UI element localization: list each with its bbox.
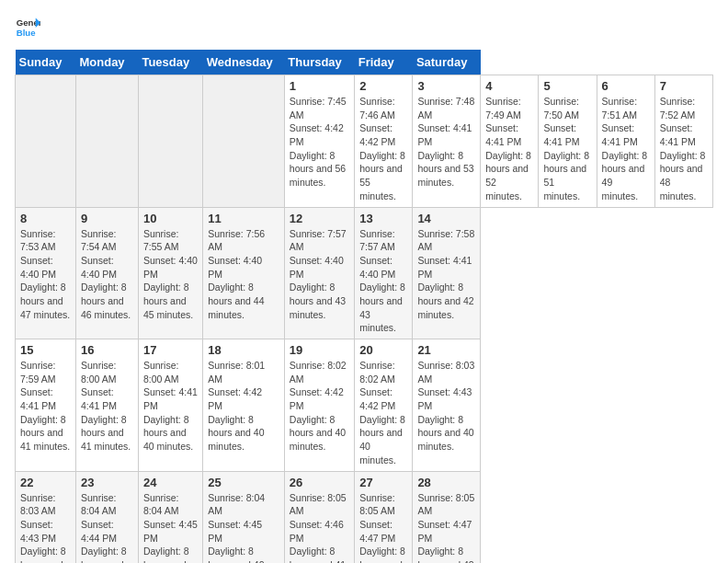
day-number: 24 xyxy=(143,476,198,489)
logo: General Blue xyxy=(15,15,40,40)
calendar-cell: 18Sunrise: 8:01 AMSunset: 4:42 PMDayligh… xyxy=(203,339,285,472)
day-number: 16 xyxy=(81,343,133,357)
day-number: 3 xyxy=(417,79,475,93)
calendar-cell: 4Sunrise: 7:49 AMSunset: 4:41 PMDaylight… xyxy=(481,75,539,208)
calendar-cell: 11Sunrise: 7:56 AMSunset: 4:40 PMDayligh… xyxy=(203,207,285,339)
day-info: Sunrise: 8:00 AMSunset: 4:41 PMDaylight:… xyxy=(81,359,133,454)
calendar-cell xyxy=(75,75,138,208)
day-info: Sunrise: 8:03 AMSunset: 4:43 PMDaylight:… xyxy=(20,491,71,564)
calendar-cell: 27Sunrise: 8:05 AMSunset: 4:47 PMDayligh… xyxy=(355,471,413,563)
day-number: 28 xyxy=(417,476,475,489)
calendar-cell: 9Sunrise: 7:54 AMSunset: 4:40 PMDaylight… xyxy=(75,207,138,339)
day-info: Sunrise: 7:57 AMSunset: 4:40 PMDaylight:… xyxy=(359,227,407,336)
calendar-cell: 13Sunrise: 7:57 AMSunset: 4:40 PMDayligh… xyxy=(355,207,413,339)
day-number: 11 xyxy=(208,212,279,225)
day-number: 8 xyxy=(20,212,71,225)
col-header-thursday: Thursday xyxy=(284,50,354,75)
day-number: 10 xyxy=(143,212,198,225)
calendar-cell xyxy=(16,75,76,208)
calendar-cell: 24Sunrise: 8:04 AMSunset: 4:45 PMDayligh… xyxy=(138,471,202,563)
calendar-cell: 15Sunrise: 7:59 AMSunset: 4:41 PMDayligh… xyxy=(16,339,76,472)
day-info: Sunrise: 8:05 AMSunset: 4:47 PMDaylight:… xyxy=(417,491,475,564)
day-number: 22 xyxy=(20,476,71,489)
day-info: Sunrise: 7:50 AMSunset: 4:41 PMDaylight:… xyxy=(543,95,591,203)
day-number: 19 xyxy=(290,343,349,357)
day-info: Sunrise: 7:51 AMSunset: 4:41 PMDaylight:… xyxy=(602,95,650,203)
calendar-cell: 12Sunrise: 7:57 AMSunset: 4:40 PMDayligh… xyxy=(284,207,354,339)
day-info: Sunrise: 7:58 AMSunset: 4:41 PMDaylight:… xyxy=(417,227,475,322)
day-number: 4 xyxy=(485,79,533,93)
day-number: 6 xyxy=(602,79,650,93)
logo-icon: General Blue xyxy=(15,15,40,40)
calendar-cell: 1Sunrise: 7:45 AMSunset: 4:42 PMDaylight… xyxy=(284,75,354,208)
calendar-cell: 28Sunrise: 8:05 AMSunset: 4:47 PMDayligh… xyxy=(413,471,481,563)
calendar-cell: 22Sunrise: 8:03 AMSunset: 4:43 PMDayligh… xyxy=(16,471,76,563)
day-info: Sunrise: 8:04 AMSunset: 4:44 PMDaylight:… xyxy=(81,491,133,564)
col-header-wednesday: Wednesday xyxy=(203,50,285,75)
day-info: Sunrise: 7:57 AMSunset: 4:40 PMDaylight:… xyxy=(290,227,349,322)
day-number: 15 xyxy=(20,343,71,357)
day-number: 9 xyxy=(81,212,133,225)
calendar-cell: 25Sunrise: 8:04 AMSunset: 4:45 PMDayligh… xyxy=(203,471,285,563)
day-info: Sunrise: 8:04 AMSunset: 4:45 PMDaylight:… xyxy=(208,491,279,564)
day-info: Sunrise: 7:49 AMSunset: 4:41 PMDaylight:… xyxy=(485,95,533,203)
calendar-cell: 17Sunrise: 8:00 AMSunset: 4:41 PMDayligh… xyxy=(138,339,202,472)
col-header-tuesday: Tuesday xyxy=(138,50,202,75)
day-info: Sunrise: 7:46 AMSunset: 4:42 PMDaylight:… xyxy=(359,95,407,203)
day-number: 21 xyxy=(417,343,475,357)
day-number: 13 xyxy=(359,212,407,225)
calendar-cell: 14Sunrise: 7:58 AMSunset: 4:41 PMDayligh… xyxy=(413,207,481,339)
day-number: 20 xyxy=(359,343,407,357)
day-number: 26 xyxy=(290,476,349,489)
day-number: 2 xyxy=(359,79,407,93)
col-header-saturday: Saturday xyxy=(413,50,481,75)
calendar-cell: 26Sunrise: 8:05 AMSunset: 4:46 PMDayligh… xyxy=(284,471,354,563)
day-info: Sunrise: 8:01 AMSunset: 4:42 PMDaylight:… xyxy=(208,359,279,454)
day-number: 17 xyxy=(143,343,198,357)
col-header-sunday: Sunday xyxy=(16,50,76,75)
day-info: Sunrise: 8:02 AMSunset: 4:42 PMDaylight:… xyxy=(359,359,407,467)
column-headers: SundayMondayTuesdayWednesdayThursdayFrid… xyxy=(16,50,713,75)
calendar-cell: 20Sunrise: 8:02 AMSunset: 4:42 PMDayligh… xyxy=(355,339,413,472)
day-number: 18 xyxy=(208,343,279,357)
week-row-3: 15Sunrise: 7:59 AMSunset: 4:41 PMDayligh… xyxy=(16,339,713,472)
day-info: Sunrise: 8:05 AMSunset: 4:46 PMDaylight:… xyxy=(290,491,349,564)
svg-text:Blue: Blue xyxy=(17,28,36,38)
day-info: Sunrise: 7:48 AMSunset: 4:41 PMDaylight:… xyxy=(417,95,475,190)
col-header-monday: Monday xyxy=(75,50,138,75)
calendar-cell: 5Sunrise: 7:50 AMSunset: 4:41 PMDaylight… xyxy=(539,75,597,208)
day-info: Sunrise: 7:59 AMSunset: 4:41 PMDaylight:… xyxy=(20,359,71,454)
day-number: 5 xyxy=(543,79,591,93)
calendar-cell: 3Sunrise: 7:48 AMSunset: 4:41 PMDaylight… xyxy=(413,75,481,208)
calendar-cell: 16Sunrise: 8:00 AMSunset: 4:41 PMDayligh… xyxy=(75,339,138,472)
calendar-cell: 19Sunrise: 8:02 AMSunset: 4:42 PMDayligh… xyxy=(284,339,354,472)
day-info: Sunrise: 7:52 AMSunset: 4:41 PMDaylight:… xyxy=(660,95,708,203)
calendar-cell: 7Sunrise: 7:52 AMSunset: 4:41 PMDaylight… xyxy=(654,75,712,208)
day-info: Sunrise: 8:02 AMSunset: 4:42 PMDaylight:… xyxy=(290,359,349,454)
day-number: 23 xyxy=(81,476,133,489)
day-info: Sunrise: 7:54 AMSunset: 4:40 PMDaylight:… xyxy=(81,227,133,322)
day-info: Sunrise: 7:45 AMSunset: 4:42 PMDaylight:… xyxy=(290,95,349,190)
day-number: 1 xyxy=(290,79,349,93)
day-number: 12 xyxy=(290,212,349,225)
day-number: 25 xyxy=(208,476,279,489)
calendar-cell: 8Sunrise: 7:53 AMSunset: 4:40 PMDaylight… xyxy=(16,207,76,339)
day-number: 27 xyxy=(359,476,407,489)
day-info: Sunrise: 8:00 AMSunset: 4:41 PMDaylight:… xyxy=(143,359,198,454)
day-info: Sunrise: 7:56 AMSunset: 4:40 PMDaylight:… xyxy=(208,227,279,322)
calendar-cell: 21Sunrise: 8:03 AMSunset: 4:43 PMDayligh… xyxy=(413,339,481,472)
page-header: General Blue xyxy=(15,15,713,40)
day-number: 14 xyxy=(417,212,475,225)
day-info: Sunrise: 8:04 AMSunset: 4:45 PMDaylight:… xyxy=(143,491,198,564)
day-number: 7 xyxy=(660,79,708,93)
calendar-cell: 2Sunrise: 7:46 AMSunset: 4:42 PMDaylight… xyxy=(355,75,413,208)
week-row-2: 8Sunrise: 7:53 AMSunset: 4:40 PMDaylight… xyxy=(16,207,713,339)
day-info: Sunrise: 7:53 AMSunset: 4:40 PMDaylight:… xyxy=(20,227,71,322)
day-info: Sunrise: 8:05 AMSunset: 4:47 PMDaylight:… xyxy=(359,491,407,564)
day-info: Sunrise: 7:55 AMSunset: 4:40 PMDaylight:… xyxy=(143,227,198,322)
calendar-cell: 6Sunrise: 7:51 AMSunset: 4:41 PMDaylight… xyxy=(597,75,654,208)
calendar-cell xyxy=(203,75,285,208)
day-info: Sunrise: 8:03 AMSunset: 4:43 PMDaylight:… xyxy=(417,359,475,454)
col-header-friday: Friday xyxy=(355,50,413,75)
calendar-cell xyxy=(138,75,202,208)
